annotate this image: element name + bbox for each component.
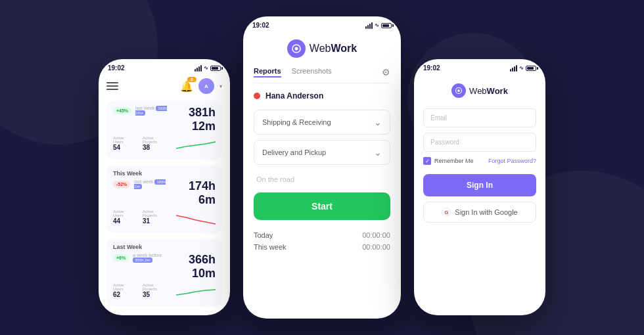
svg-point-3: [457, 89, 460, 92]
signal-icon-center: [365, 22, 373, 29]
signal-icon-right: [510, 65, 517, 72]
notification-badge: 8: [187, 77, 196, 82]
right-phone-content: WebWork Email Password ✓ Remember Me For…: [414, 74, 545, 223]
wifi-icon-right: ∿: [519, 65, 524, 71]
stat-badge-1: -52%: [113, 181, 130, 188]
hamburger-menu[interactable]: [106, 80, 118, 92]
stat-sub-2: Active Users 62 Active Projects 35: [113, 283, 216, 302]
road-placeholder: On the road: [254, 170, 390, 192]
remember-me-left: ✓ Remember Me: [423, 157, 474, 165]
password-field[interactable]: Password: [423, 133, 536, 152]
google-signin-label: Sign In with Google: [455, 208, 517, 216]
time-label-week: This week: [254, 243, 287, 251]
section-title-2: Last Week: [113, 244, 216, 250]
battery-icon-right: [526, 66, 536, 71]
battery-icon: [210, 66, 221, 71]
mini-chart-1: [176, 212, 216, 228]
battery-icon-center: [381, 23, 392, 28]
status-bar-center: 19:02 ∿: [243, 16, 401, 32]
wifi-icon: ∿: [204, 65, 208, 71]
google-signin-button[interactable]: G Sign In with Google: [423, 202, 536, 223]
status-bar-left: 19:02 ∿: [99, 59, 230, 74]
top-icons: 🔔 8 A ▾: [180, 78, 222, 94]
top-bar: 🔔 8 A ▾: [106, 74, 222, 100]
user-row: Hana Anderson: [254, 91, 390, 100]
email-field[interactable]: Email: [423, 108, 536, 127]
stat-main-time-2: 366h 10m: [171, 253, 216, 280]
notification-bell[interactable]: 🔔 8: [180, 80, 193, 93]
tabs-row: Reports Screenshots ⚙: [254, 67, 390, 83]
time-left: 19:02: [108, 64, 125, 72]
webwork-logo: WebWork: [254, 32, 390, 67]
logo-icon-right: [451, 83, 466, 98]
stat-main-time-0: 381h 12m: [169, 106, 216, 133]
time-value-today: 00:00:00: [362, 231, 390, 239]
stats-card-1: This Week -52% last week 188h 1m 174h 6m…: [106, 165, 222, 233]
forgot-password-link[interactable]: Forgot Password?: [488, 158, 536, 164]
tab-screenshots[interactable]: Screenshots: [292, 67, 332, 78]
dropdown-arrow: ▾: [219, 83, 222, 89]
signal-icon: [195, 65, 202, 72]
logo-text: WebWork: [310, 43, 357, 55]
time-row-today: Today 00:00:00: [254, 229, 390, 241]
start-button[interactable]: Start: [254, 192, 390, 220]
time-value-week: 00:00:00: [362, 243, 390, 251]
stat-badge-2: +6%: [113, 254, 129, 261]
status-icons-left: ∿: [195, 65, 221, 72]
chevron-down-icon-1: ⌄: [374, 117, 382, 127]
logo-text-right: WebWork: [469, 86, 508, 96]
status-icons-center: ∿: [365, 22, 392, 29]
stat-sub-0: Active Users 54 Active Projects 38: [113, 136, 216, 154]
time-center: 19:02: [252, 22, 269, 29]
wifi-icon-center: ∿: [375, 22, 379, 28]
stats-card-2: Last Week +6% a week before 355h 2m 366h…: [106, 238, 222, 307]
settings-icon[interactable]: ⚙: [382, 67, 390, 78]
tab-reports[interactable]: Reports: [254, 67, 281, 78]
time-right: 19:02: [423, 64, 440, 72]
left-phone-content: 🔔 8 A ▾ +45% last week 192h 34m: [99, 74, 230, 307]
stat-last-week-0: last week 192h 34m: [135, 106, 169, 115]
mini-chart-0: [176, 139, 216, 154]
phones-container: 19:02 ∿ 🔔: [99, 16, 545, 319]
phone-left: 19:02 ∿ 🔔: [99, 59, 230, 315]
dropdown-delivery[interactable]: Delivery and Pickup ⌄: [254, 140, 390, 165]
stat-badge-0: +45%: [113, 107, 131, 114]
stat-last-week-2: a week before 355h 2m: [133, 253, 171, 262]
remember-label: Remember Me: [434, 158, 474, 164]
dropdown-shipping-label: Shipping & Receiving: [262, 118, 331, 126]
stat-last-week-1: last week 188h 1m: [134, 179, 171, 189]
avatar[interactable]: A: [198, 78, 214, 94]
status-dot: [254, 93, 260, 99]
stats-card-0: +45% last week 192h 34m 381h 12m Active …: [106, 100, 222, 160]
phone-center: 19:02 ∿ WebWork: [243, 16, 401, 319]
mini-chart-2: [176, 286, 216, 302]
stat-sub-1: Active Users 44 Active Projects 31: [113, 210, 216, 228]
chevron-down-icon-2: ⌄: [374, 147, 382, 158]
time-row-week: This week 00:00:00: [254, 241, 390, 253]
time-rows: Today 00:00:00 This week 00:00:00: [254, 229, 390, 253]
user-name: Hana Anderson: [265, 91, 323, 100]
status-icons-right: ∿: [510, 65, 536, 72]
phone-right: 19:02 ∿ WebWork: [414, 59, 545, 315]
section-title-1: This Week: [113, 170, 216, 177]
status-bar-right: 19:02 ∿: [414, 59, 545, 74]
time-label-today: Today: [254, 231, 273, 239]
tabs-left: Reports Screenshots: [254, 67, 332, 78]
webwork-logo-right: WebWork: [423, 74, 536, 108]
remember-checkbox[interactable]: ✓: [423, 157, 431, 165]
center-phone-content: WebWork Reports Screenshots ⚙ Hana Ander…: [243, 32, 401, 253]
bell-icon: 🔔: [180, 81, 193, 92]
stat-main-time-1: 174h 6m: [171, 179, 216, 207]
dropdown-delivery-label: Delivery and Pickup: [262, 148, 326, 156]
svg-point-1: [294, 47, 298, 51]
dropdown-shipping[interactable]: Shipping & Receiving ⌄: [254, 110, 390, 135]
remember-row: ✓ Remember Me Forgot Password?: [423, 157, 536, 165]
signin-button[interactable]: Sign In: [423, 174, 536, 196]
google-icon: G: [442, 208, 451, 217]
logo-icon: [287, 39, 306, 58]
